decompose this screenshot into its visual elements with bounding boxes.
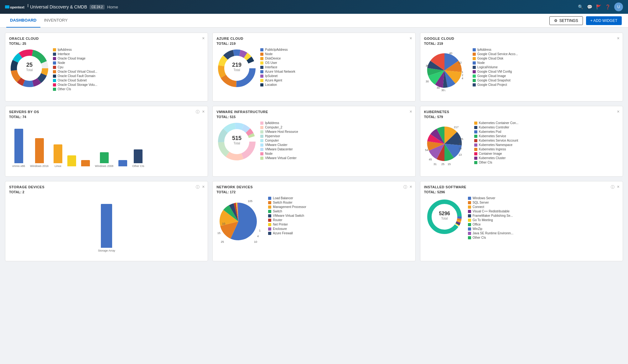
tab-inventory[interactable]: INVENTORY: [40, 14, 71, 28]
user-avatar[interactable]: U: [614, 3, 623, 11]
svg-text:25: 25: [26, 62, 33, 68]
list-item: Oracle Cloud Fault Domain: [53, 74, 204, 78]
help-icon[interactable]: ❓: [605, 4, 610, 9]
chat-icon[interactable]: 💬: [587, 4, 592, 9]
network-devices-info[interactable]: ⓘ: [403, 185, 407, 190]
kubernetes-close[interactable]: ×: [617, 109, 620, 114]
svg-text:15: 15: [217, 231, 221, 235]
list-item: Net Printer: [268, 223, 411, 226]
list-item: Kubernetes Namespace: [474, 143, 619, 147]
svg-text:13: 13: [459, 153, 462, 156]
oracle-cloud-body: 25 Total IpAddress Interface Oracle Clou…: [9, 48, 204, 91]
settings-button[interactable]: ⚙ SETTINGS: [549, 16, 583, 25]
storage-devices-widget: STORAGE DEVICES TOTAL: 2 ⓘ × Storage Arr…: [5, 181, 208, 261]
list-item: WinZip: [468, 227, 619, 231]
azure-cloud-chart: 219 Total: [216, 48, 257, 90]
list-item: Azure Firewall: [268, 231, 411, 235]
list-item: Kubernetes Ingress: [474, 148, 619, 151]
installed-software-close[interactable]: ×: [617, 185, 620, 189]
list-item: OS User: [260, 61, 411, 65]
list-item: Other CIs: [468, 236, 619, 239]
bar-windows2016: [35, 138, 44, 163]
svg-text:1: 1: [462, 70, 463, 74]
tab-dashboard[interactable]: DASHBOARD: [6, 14, 40, 28]
list-item: VMware Virtual Switch: [268, 214, 411, 217]
svg-text:30: 30: [426, 80, 429, 83]
vmware-title: VMWARE INFRASTRUCTURE: [216, 110, 411, 114]
storage-devices-total: TOTAL: 2: [9, 190, 204, 194]
list-item: Google Cloud Disk: [473, 57, 619, 60]
svg-text:30↓: 30↓: [441, 89, 446, 92]
search-icon[interactable]: 🔍: [578, 4, 583, 9]
vmware-widget: VMWARE INFRASTRUCTURE TOTAL: 515 × 515: [212, 106, 415, 177]
google-cloud-title: GOOGLE CLOUD: [424, 37, 619, 40]
flag-icon[interactable]: 🚩: [596, 4, 601, 9]
storage-devices-info[interactable]: ⓘ: [196, 185, 200, 190]
header-nav[interactable]: Home: [107, 5, 118, 9]
installed-software-legend: Windows Server SQL Server Connect Visual…: [468, 196, 619, 239]
svg-text:10: 10: [254, 240, 257, 243]
installed-software-total: TOTAL: 5296: [424, 190, 619, 194]
azure-cloud-legend: PublicIpAddress Node DiskDevice OS User …: [260, 48, 411, 86]
list-item: IpAddress: [260, 121, 411, 125]
network-devices-legend: Load Balancer Switch Router Management P…: [268, 196, 411, 235]
list-item: Other CIs: [53, 87, 204, 91]
network-devices-close[interactable]: ×: [409, 185, 412, 189]
list-item: VMware Virtual Center: [260, 156, 411, 160]
servers-by-os-widget: SERVERS BY OS TOTAL: 74 ⓘ × vmnix-x86 Wi…: [5, 106, 208, 177]
svg-text:125: 125: [459, 138, 463, 141]
svg-text:25: 25: [441, 163, 444, 166]
storage-devices-close[interactable]: ×: [202, 185, 205, 189]
list-item: Windows Server: [468, 196, 619, 200]
oracle-cloud-close[interactable]: ×: [202, 36, 205, 40]
list-item: Oracle Cloud Image: [53, 57, 204, 60]
svg-text:Total: Total: [234, 142, 240, 145]
list-item: Kubernetes Service Account: [474, 139, 619, 142]
oracle-cloud-title: ORACLE CLOUD: [9, 37, 204, 40]
kubernetes-title: KUBERNETES: [424, 110, 619, 114]
bar-item: Windows 2016: [30, 138, 49, 168]
oracle-cloud-total: TOTAL: 25: [9, 42, 204, 45]
vmware-total: TOTAL: 515: [216, 115, 411, 119]
azure-cloud-body: 219 Total PublicIpAddress Node DiskDevic…: [216, 48, 411, 90]
header-icons: 🔍 💬 🚩 ❓ U: [578, 3, 623, 11]
azure-cloud-title: AZURE CLOUD: [216, 37, 411, 40]
list-item: Oracle Cloud Virtual Cloud...: [53, 70, 204, 73]
servers-by-os-title: SERVERS BY OS: [9, 110, 204, 114]
header-logo: opentext |: [5, 4, 30, 10]
list-item: Hypervisor: [260, 134, 411, 138]
svg-text:Total: Total: [441, 217, 448, 220]
list-item: LogicalVolume: [473, 65, 619, 69]
svg-text:217: 217: [454, 126, 459, 129]
svg-text:Total: Total: [234, 68, 240, 72]
installed-software-title: INSTALLED SOFTWARE: [424, 185, 619, 189]
list-item: Google Cloud Service Acco...: [473, 52, 619, 56]
list-item: Kubernetes Container Con...: [474, 121, 619, 125]
svg-text:14: 14: [459, 147, 462, 150]
svg-text:15: 15: [448, 163, 451, 166]
network-devices-body: 105 25 15 10 10 4 1 Load Balancer Switch…: [216, 196, 411, 246]
installed-software-widget: INSTALLED SOFTWARE TOTAL: 5296 ⓘ × 5296 …: [420, 181, 623, 261]
bar-item: Windows 2008: [95, 152, 113, 168]
azure-cloud-close[interactable]: ×: [409, 36, 412, 40]
list-item: Interface: [260, 65, 411, 69]
servers-by-os-info[interactable]: ⓘ: [196, 109, 200, 115]
bar-other-blue: [118, 160, 127, 166]
google-cloud-close[interactable]: ×: [617, 36, 620, 40]
add-widget-button[interactable]: + ADD WIDGET: [586, 16, 622, 25]
list-item: Java SE Runtime Environm...: [468, 231, 619, 235]
servers-by-os-close[interactable]: ×: [202, 109, 205, 114]
list-item: Oracle Cloud Subnet: [53, 79, 204, 82]
svg-text:2: 2: [462, 74, 463, 77]
servers-by-os-total: TOTAL: 74: [9, 115, 204, 119]
bar-item: Linux: [54, 144, 62, 168]
toolbar: DASHBOARD INVENTORY ⚙ SETTINGS + ADD WID…: [0, 14, 628, 28]
servers-by-os-chart: vmnix-x86 Windows 2016 Linux: [12, 126, 204, 170]
installed-software-info[interactable]: ⓘ: [611, 185, 615, 190]
list-item: Connect: [468, 205, 619, 209]
kubernetes-chart: 217 125 54 45 31 25 15 13 14 40: [424, 121, 471, 168]
list-item: Kubernetes Service: [474, 134, 619, 138]
svg-text:30: 30: [437, 86, 440, 89]
settings-icon: ⚙: [554, 18, 558, 23]
vmware-close[interactable]: ×: [409, 109, 412, 114]
